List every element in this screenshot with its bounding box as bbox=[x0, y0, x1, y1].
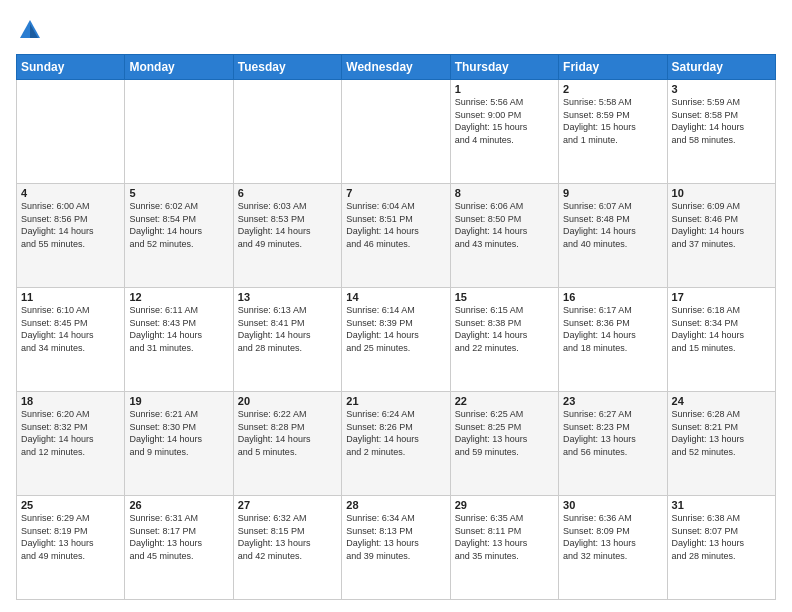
logo-icon bbox=[16, 16, 44, 44]
calendar-cell: 28Sunrise: 6:34 AM Sunset: 8:13 PM Dayli… bbox=[342, 496, 450, 600]
day-info: Sunrise: 6:28 AM Sunset: 8:21 PM Dayligh… bbox=[672, 408, 771, 458]
calendar-cell: 10Sunrise: 6:09 AM Sunset: 8:46 PM Dayli… bbox=[667, 184, 775, 288]
day-number: 16 bbox=[563, 291, 662, 303]
day-number: 29 bbox=[455, 499, 554, 511]
header bbox=[16, 16, 776, 44]
day-number: 13 bbox=[238, 291, 337, 303]
calendar-cell: 1Sunrise: 5:56 AM Sunset: 9:00 PM Daylig… bbox=[450, 80, 558, 184]
calendar-cell: 11Sunrise: 6:10 AM Sunset: 8:45 PM Dayli… bbox=[17, 288, 125, 392]
day-number: 22 bbox=[455, 395, 554, 407]
calendar-table: SundayMondayTuesdayWednesdayThursdayFrid… bbox=[16, 54, 776, 600]
calendar-cell: 23Sunrise: 6:27 AM Sunset: 8:23 PM Dayli… bbox=[559, 392, 667, 496]
day-number: 19 bbox=[129, 395, 228, 407]
day-number: 1 bbox=[455, 83, 554, 95]
calendar-cell: 31Sunrise: 6:38 AM Sunset: 8:07 PM Dayli… bbox=[667, 496, 775, 600]
day-number: 31 bbox=[672, 499, 771, 511]
day-info: Sunrise: 6:18 AM Sunset: 8:34 PM Dayligh… bbox=[672, 304, 771, 354]
day-number: 15 bbox=[455, 291, 554, 303]
day-info: Sunrise: 6:35 AM Sunset: 8:11 PM Dayligh… bbox=[455, 512, 554, 562]
day-number: 3 bbox=[672, 83, 771, 95]
day-info: Sunrise: 6:20 AM Sunset: 8:32 PM Dayligh… bbox=[21, 408, 120, 458]
calendar-header-saturday: Saturday bbox=[667, 55, 775, 80]
day-number: 5 bbox=[129, 187, 228, 199]
calendar-week-row: 4Sunrise: 6:00 AM Sunset: 8:56 PM Daylig… bbox=[17, 184, 776, 288]
day-info: Sunrise: 6:11 AM Sunset: 8:43 PM Dayligh… bbox=[129, 304, 228, 354]
calendar-header-row: SundayMondayTuesdayWednesdayThursdayFrid… bbox=[17, 55, 776, 80]
calendar-cell bbox=[342, 80, 450, 184]
calendar-header-friday: Friday bbox=[559, 55, 667, 80]
day-info: Sunrise: 6:31 AM Sunset: 8:17 PM Dayligh… bbox=[129, 512, 228, 562]
day-number: 17 bbox=[672, 291, 771, 303]
day-number: 7 bbox=[346, 187, 445, 199]
calendar-header-thursday: Thursday bbox=[450, 55, 558, 80]
calendar-header-tuesday: Tuesday bbox=[233, 55, 341, 80]
calendar-cell: 7Sunrise: 6:04 AM Sunset: 8:51 PM Daylig… bbox=[342, 184, 450, 288]
calendar-cell: 4Sunrise: 6:00 AM Sunset: 8:56 PM Daylig… bbox=[17, 184, 125, 288]
day-number: 10 bbox=[672, 187, 771, 199]
day-number: 9 bbox=[563, 187, 662, 199]
day-number: 18 bbox=[21, 395, 120, 407]
calendar-cell: 5Sunrise: 6:02 AM Sunset: 8:54 PM Daylig… bbox=[125, 184, 233, 288]
calendar-cell: 3Sunrise: 5:59 AM Sunset: 8:58 PM Daylig… bbox=[667, 80, 775, 184]
calendar-cell: 12Sunrise: 6:11 AM Sunset: 8:43 PM Dayli… bbox=[125, 288, 233, 392]
day-number: 23 bbox=[563, 395, 662, 407]
calendar-cell: 13Sunrise: 6:13 AM Sunset: 8:41 PM Dayli… bbox=[233, 288, 341, 392]
calendar-cell: 29Sunrise: 6:35 AM Sunset: 8:11 PM Dayli… bbox=[450, 496, 558, 600]
day-info: Sunrise: 6:25 AM Sunset: 8:25 PM Dayligh… bbox=[455, 408, 554, 458]
day-number: 12 bbox=[129, 291, 228, 303]
calendar-cell: 6Sunrise: 6:03 AM Sunset: 8:53 PM Daylig… bbox=[233, 184, 341, 288]
calendar-cell: 26Sunrise: 6:31 AM Sunset: 8:17 PM Dayli… bbox=[125, 496, 233, 600]
calendar-week-row: 18Sunrise: 6:20 AM Sunset: 8:32 PM Dayli… bbox=[17, 392, 776, 496]
calendar-header-sunday: Sunday bbox=[17, 55, 125, 80]
calendar-cell: 30Sunrise: 6:36 AM Sunset: 8:09 PM Dayli… bbox=[559, 496, 667, 600]
day-number: 8 bbox=[455, 187, 554, 199]
day-number: 6 bbox=[238, 187, 337, 199]
calendar-cell: 19Sunrise: 6:21 AM Sunset: 8:30 PM Dayli… bbox=[125, 392, 233, 496]
day-info: Sunrise: 6:38 AM Sunset: 8:07 PM Dayligh… bbox=[672, 512, 771, 562]
day-info: Sunrise: 5:56 AM Sunset: 9:00 PM Dayligh… bbox=[455, 96, 554, 146]
calendar-week-row: 11Sunrise: 6:10 AM Sunset: 8:45 PM Dayli… bbox=[17, 288, 776, 392]
day-info: Sunrise: 5:59 AM Sunset: 8:58 PM Dayligh… bbox=[672, 96, 771, 146]
day-info: Sunrise: 6:36 AM Sunset: 8:09 PM Dayligh… bbox=[563, 512, 662, 562]
day-info: Sunrise: 6:15 AM Sunset: 8:38 PM Dayligh… bbox=[455, 304, 554, 354]
calendar-cell: 15Sunrise: 6:15 AM Sunset: 8:38 PM Dayli… bbox=[450, 288, 558, 392]
calendar-week-row: 1Sunrise: 5:56 AM Sunset: 9:00 PM Daylig… bbox=[17, 80, 776, 184]
calendar-cell: 16Sunrise: 6:17 AM Sunset: 8:36 PM Dayli… bbox=[559, 288, 667, 392]
page: SundayMondayTuesdayWednesdayThursdayFrid… bbox=[0, 0, 792, 612]
calendar-cell: 8Sunrise: 6:06 AM Sunset: 8:50 PM Daylig… bbox=[450, 184, 558, 288]
day-info: Sunrise: 6:24 AM Sunset: 8:26 PM Dayligh… bbox=[346, 408, 445, 458]
day-info: Sunrise: 6:29 AM Sunset: 8:19 PM Dayligh… bbox=[21, 512, 120, 562]
day-number: 24 bbox=[672, 395, 771, 407]
day-info: Sunrise: 6:03 AM Sunset: 8:53 PM Dayligh… bbox=[238, 200, 337, 250]
day-number: 30 bbox=[563, 499, 662, 511]
day-number: 27 bbox=[238, 499, 337, 511]
day-info: Sunrise: 6:14 AM Sunset: 8:39 PM Dayligh… bbox=[346, 304, 445, 354]
calendar-cell bbox=[125, 80, 233, 184]
calendar-cell: 9Sunrise: 6:07 AM Sunset: 8:48 PM Daylig… bbox=[559, 184, 667, 288]
day-info: Sunrise: 6:10 AM Sunset: 8:45 PM Dayligh… bbox=[21, 304, 120, 354]
day-number: 20 bbox=[238, 395, 337, 407]
day-info: Sunrise: 6:17 AM Sunset: 8:36 PM Dayligh… bbox=[563, 304, 662, 354]
calendar-header-wednesday: Wednesday bbox=[342, 55, 450, 80]
day-number: 4 bbox=[21, 187, 120, 199]
calendar-cell: 25Sunrise: 6:29 AM Sunset: 8:19 PM Dayli… bbox=[17, 496, 125, 600]
calendar-header-monday: Monday bbox=[125, 55, 233, 80]
calendar-cell: 18Sunrise: 6:20 AM Sunset: 8:32 PM Dayli… bbox=[17, 392, 125, 496]
calendar-cell: 22Sunrise: 6:25 AM Sunset: 8:25 PM Dayli… bbox=[450, 392, 558, 496]
calendar-cell: 2Sunrise: 5:58 AM Sunset: 8:59 PM Daylig… bbox=[559, 80, 667, 184]
day-info: Sunrise: 6:34 AM Sunset: 8:13 PM Dayligh… bbox=[346, 512, 445, 562]
day-info: Sunrise: 6:04 AM Sunset: 8:51 PM Dayligh… bbox=[346, 200, 445, 250]
day-info: Sunrise: 6:07 AM Sunset: 8:48 PM Dayligh… bbox=[563, 200, 662, 250]
day-number: 21 bbox=[346, 395, 445, 407]
day-number: 25 bbox=[21, 499, 120, 511]
calendar-week-row: 25Sunrise: 6:29 AM Sunset: 8:19 PM Dayli… bbox=[17, 496, 776, 600]
logo bbox=[16, 16, 48, 44]
calendar-cell bbox=[17, 80, 125, 184]
day-info: Sunrise: 6:09 AM Sunset: 8:46 PM Dayligh… bbox=[672, 200, 771, 250]
calendar-cell: 14Sunrise: 6:14 AM Sunset: 8:39 PM Dayli… bbox=[342, 288, 450, 392]
day-info: Sunrise: 6:27 AM Sunset: 8:23 PM Dayligh… bbox=[563, 408, 662, 458]
day-info: Sunrise: 6:21 AM Sunset: 8:30 PM Dayligh… bbox=[129, 408, 228, 458]
day-number: 11 bbox=[21, 291, 120, 303]
day-number: 14 bbox=[346, 291, 445, 303]
calendar-cell: 24Sunrise: 6:28 AM Sunset: 8:21 PM Dayli… bbox=[667, 392, 775, 496]
